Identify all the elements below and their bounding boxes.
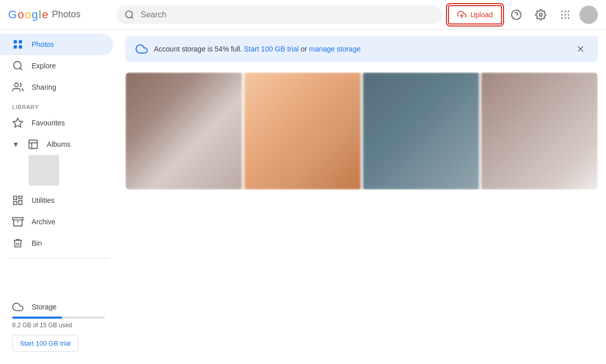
- svg-rect-28: [13, 218, 23, 220]
- svg-point-0: [126, 11, 133, 17]
- svg-marker-22: [13, 118, 22, 127]
- svg-point-7: [565, 11, 566, 12]
- avatar[interactable]: [579, 6, 598, 24]
- sidebar-utilities-label: Utilities: [32, 196, 55, 204]
- upload-icon: [457, 10, 466, 19]
- svg-rect-23: [29, 140, 38, 149]
- sidebar-item-sharing[interactable]: Sharing: [0, 76, 113, 98]
- svg-rect-15: [14, 40, 17, 43]
- sidebar-explore-label: Explore: [32, 62, 56, 70]
- logo-g2: g: [32, 8, 38, 21]
- storage-section: Storage 8.2 GB of 15 GB used Start 100 G…: [0, 293, 117, 360]
- logo-area: Google Photos: [8, 8, 110, 21]
- start-trial-button[interactable]: Start 100 GB trial: [12, 335, 78, 352]
- sidebar-item-bin[interactable]: Bin: [0, 232, 113, 254]
- sidebar-bin-label: Bin: [32, 239, 42, 247]
- banner-text: Account storage is 54% full. Start 100 G…: [154, 45, 567, 53]
- sidebar-divider: [8, 258, 109, 258]
- star-icon: [12, 117, 23, 128]
- logo-l: l: [39, 8, 41, 21]
- gear-icon: [535, 9, 546, 20]
- logo-o2: o: [24, 8, 31, 21]
- photo-strip: [125, 72, 598, 190]
- svg-rect-25: [19, 196, 22, 199]
- dropdown-arrow-icon: ▼: [12, 140, 19, 148]
- sidebar-item-utilities[interactable]: Utilities: [0, 190, 113, 211]
- banner-cloud-icon: [136, 43, 148, 55]
- sidebar-albums-label: Albums: [47, 140, 71, 148]
- svg-rect-18: [19, 45, 22, 48]
- header-actions: Upload: [448, 5, 598, 25]
- sidebar-favourites-label: Favourites: [32, 119, 65, 127]
- photo-cell-4[interactable]: [481, 72, 598, 190]
- svg-point-8: [568, 11, 569, 12]
- sidebar-item-photos[interactable]: Photos: [0, 34, 113, 55]
- svg-point-12: [561, 17, 563, 19]
- svg-rect-27: [14, 201, 17, 204]
- svg-point-10: [565, 14, 566, 15]
- svg-rect-16: [19, 40, 22, 43]
- grid-icon: [560, 9, 571, 20]
- svg-point-21: [15, 83, 18, 87]
- sidebar-sharing-label: Sharing: [32, 83, 56, 91]
- svg-point-13: [565, 17, 566, 19]
- storage-banner: Account storage is 54% full. Start 100 G…: [125, 36, 598, 62]
- svg-point-6: [561, 11, 563, 12]
- cloud-icon: [12, 301, 23, 313]
- banner-storage-text: Account storage is 54% full.: [154, 45, 242, 53]
- app-header: Google Photos Upload: [0, 0, 606, 30]
- svg-line-20: [20, 68, 22, 70]
- close-icon: [575, 44, 586, 54]
- main-content: Account storage is 54% full. Start 100 G…: [117, 30, 606, 364]
- sharing-icon: [12, 82, 23, 93]
- photo-cell-3[interactable]: [363, 72, 480, 190]
- bin-icon: [12, 238, 23, 249]
- upload-label: Upload: [470, 11, 493, 19]
- library-section-label: LIBRARY: [0, 98, 117, 112]
- sidebar: Photos Explore Sharing LIBRARY Favourite…: [0, 30, 117, 364]
- banner-manage-link[interactable]: manage storage: [309, 45, 360, 53]
- photos-icon: [12, 39, 23, 50]
- sidebar-photos-label: Photos: [32, 40, 54, 48]
- sidebar-item-explore[interactable]: Explore: [0, 55, 113, 76]
- photo-cell-1[interactable]: [125, 72, 242, 190]
- utilities-icon: [12, 195, 23, 206]
- svg-rect-26: [19, 200, 22, 204]
- app-name: Photos: [52, 9, 81, 20]
- sidebar-item-albums[interactable]: ▼ Albums: [0, 134, 113, 155]
- svg-point-11: [568, 14, 569, 15]
- sidebar-item-archive[interactable]: Archive: [0, 211, 113, 232]
- help-button[interactable]: [506, 5, 526, 25]
- svg-point-9: [561, 14, 563, 15]
- banner-or-text: or: [301, 45, 307, 53]
- svg-point-14: [568, 17, 569, 19]
- svg-rect-17: [14, 45, 17, 48]
- upload-button[interactable]: Upload: [448, 5, 502, 24]
- explore-icon: [12, 60, 23, 71]
- logo-e: e: [42, 8, 48, 21]
- album-thumbnail[interactable]: [29, 155, 59, 186]
- svg-line-1: [131, 16, 134, 18]
- logo-o1: o: [18, 8, 24, 21]
- search-icon: [124, 10, 135, 20]
- logo-g: G: [8, 8, 17, 21]
- search-input[interactable]: [141, 10, 434, 19]
- google-logo: Google: [8, 8, 48, 21]
- svg-point-5: [539, 13, 542, 16]
- storage-label: Storage: [32, 303, 57, 311]
- photo-grid: [117, 68, 606, 194]
- photo-cell-2[interactable]: [244, 72, 361, 190]
- albums-icon: [28, 139, 39, 150]
- banner-close-button[interactable]: [573, 42, 588, 56]
- svg-rect-24: [14, 196, 17, 199]
- main-layout: Photos Explore Sharing LIBRARY Favourite…: [0, 30, 606, 364]
- settings-button[interactable]: [531, 5, 551, 25]
- archive-icon: [12, 216, 23, 227]
- svg-point-19: [14, 62, 21, 69]
- apps-button[interactable]: [555, 5, 575, 25]
- search-bar[interactable]: [116, 6, 442, 24]
- sidebar-item-favourites[interactable]: Favourites: [0, 112, 113, 134]
- banner-trial-link[interactable]: Start 100 GB trial: [244, 45, 299, 53]
- storage-bar-background: [12, 317, 105, 319]
- help-icon: [511, 9, 522, 20]
